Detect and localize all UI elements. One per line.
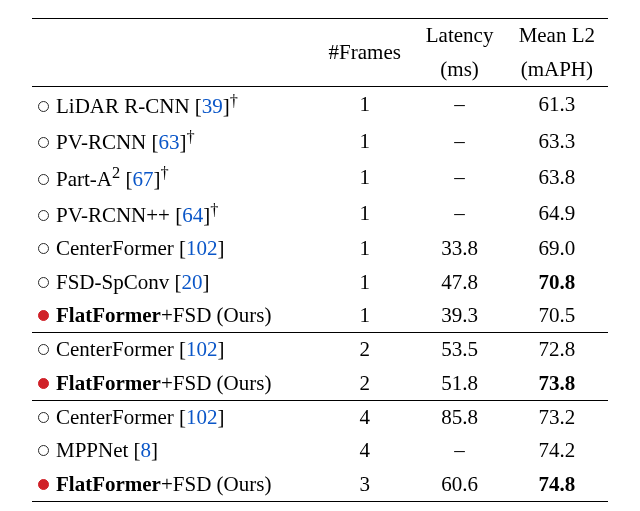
citation-link[interactable]: 102 [186, 405, 218, 429]
maph-cell: 73.2 [506, 400, 608, 434]
maph-cell: 74.2 [506, 434, 608, 467]
table-row: CenterFormer [102]133.869.0 [32, 232, 608, 265]
table-row: MPPNet [8]4–74.2 [32, 434, 608, 467]
latency-cell: 39.3 [414, 299, 506, 333]
latency-cell: 51.8 [414, 366, 506, 400]
citation-link[interactable]: 20 [181, 270, 202, 294]
superscript: 2 [112, 163, 120, 182]
method-name: FlatFormer [56, 472, 161, 496]
method-tail: +FSD (Ours) [161, 303, 271, 327]
frames-cell: 1 [316, 265, 414, 298]
table-row: Part-A2 [67]†1–63.8 [32, 159, 608, 195]
table-row: CenterFormer [102]485.873.2 [32, 400, 608, 434]
latency-cell: – [414, 434, 506, 467]
table-container: #Frames Latency Mean L2 (ms) (mAPH) LiDA… [0, 0, 640, 511]
bullet-open-icon [38, 412, 49, 423]
frames-cell: 1 [316, 232, 414, 265]
maph-cell: 69.0 [506, 232, 608, 265]
header-row: #Frames Latency Mean L2 [32, 19, 608, 53]
dagger-icon: † [230, 91, 238, 110]
frames-cell: 3 [316, 467, 414, 501]
dagger-icon: † [210, 200, 218, 219]
dagger-icon: † [160, 163, 168, 182]
citation-link[interactable]: 8 [141, 438, 152, 462]
table-row: PV-RCNN [63]†1–63.3 [32, 123, 608, 159]
frames-cell: 1 [316, 86, 414, 123]
bullet-open-icon [38, 101, 49, 112]
method-name: PV-RCNN++ [56, 203, 175, 227]
method-name: LiDAR R-CNN [56, 94, 195, 118]
bullet-red-icon [38, 479, 49, 490]
maph-cell: 70.5 [506, 299, 608, 333]
col-maph-top: Mean L2 [506, 19, 608, 53]
bullet-open-icon [38, 243, 49, 254]
latency-cell: 85.8 [414, 400, 506, 434]
latency-cell: – [414, 196, 506, 232]
col-method [32, 19, 316, 53]
latency-cell: – [414, 159, 506, 195]
method-name: FSD-SpConv [56, 270, 174, 294]
maph-cell: 61.3 [506, 86, 608, 123]
method-cell: MPPNet [8] [32, 434, 316, 467]
table-row: FlatFormer+FSD (Ours)360.674.8 [32, 467, 608, 501]
frames-cell: 1 [316, 299, 414, 333]
citation-link[interactable]: 63 [159, 130, 180, 154]
method-cell: CenterFormer [102] [32, 333, 316, 367]
maph-cell: 74.8 [506, 467, 608, 501]
frames-cell: 2 [316, 333, 414, 367]
method-cell: PV-RCNN++ [64]† [32, 196, 316, 232]
col-latency-bot: (ms) [414, 52, 506, 86]
maph-cell: 63.3 [506, 123, 608, 159]
bullet-open-icon [38, 445, 49, 456]
frames-cell: 1 [316, 123, 414, 159]
table-row: FlatFormer+FSD (Ours)251.873.8 [32, 366, 608, 400]
method-cell: FlatFormer+FSD (Ours) [32, 299, 316, 333]
method-cell: LiDAR R-CNN [39]† [32, 86, 316, 123]
bullet-red-icon [38, 378, 49, 389]
method-cell: CenterFormer [102] [32, 400, 316, 434]
bullet-open-icon [38, 344, 49, 355]
citation-link[interactable]: 64 [182, 203, 203, 227]
method-tail: +FSD (Ours) [161, 371, 271, 395]
citation-link[interactable]: 102 [186, 236, 218, 260]
latency-cell: 60.6 [414, 467, 506, 501]
table-row: PV-RCNN++ [64]†1–64.9 [32, 196, 608, 232]
results-table: #Frames Latency Mean L2 (ms) (mAPH) LiDA… [32, 18, 608, 502]
dagger-icon: † [187, 127, 195, 146]
frames-cell: 4 [316, 434, 414, 467]
method-name: CenterFormer [56, 236, 179, 260]
citation-link[interactable]: 39 [202, 94, 223, 118]
maph-cell: 70.8 [506, 265, 608, 298]
bullet-open-icon [38, 210, 49, 221]
table-row: FSD-SpConv [20]147.870.8 [32, 265, 608, 298]
method-name: Part-A [56, 167, 112, 191]
maph-cell: 63.8 [506, 159, 608, 195]
latency-cell: 47.8 [414, 265, 506, 298]
latency-cell: 53.5 [414, 333, 506, 367]
frames-cell: 1 [316, 196, 414, 232]
method-cell: PV-RCNN [63]† [32, 123, 316, 159]
citation-link[interactable]: 67 [132, 167, 153, 191]
latency-cell: – [414, 123, 506, 159]
method-name: PV-RCNN [56, 130, 152, 154]
col-method-blank [32, 52, 316, 86]
method-name: CenterFormer [56, 337, 179, 361]
bullet-open-icon [38, 277, 49, 288]
frames-cell: 4 [316, 400, 414, 434]
col-frames: #Frames [316, 19, 414, 87]
frames-cell: 1 [316, 159, 414, 195]
citation-link[interactable]: 102 [186, 337, 218, 361]
method-cell: FlatFormer+FSD (Ours) [32, 366, 316, 400]
maph-cell: 64.9 [506, 196, 608, 232]
table-row: FlatFormer+FSD (Ours)139.370.5 [32, 299, 608, 333]
method-cell: FlatFormer+FSD (Ours) [32, 467, 316, 501]
method-name: CenterFormer [56, 405, 179, 429]
bullet-open-icon [38, 137, 49, 148]
bullet-red-icon [38, 310, 49, 321]
method-name: FlatFormer [56, 371, 161, 395]
method-name: MPPNet [56, 438, 134, 462]
bullet-open-icon [38, 174, 49, 185]
frames-cell: 2 [316, 366, 414, 400]
method-cell: FSD-SpConv [20] [32, 265, 316, 298]
method-tail: +FSD (Ours) [161, 472, 271, 496]
